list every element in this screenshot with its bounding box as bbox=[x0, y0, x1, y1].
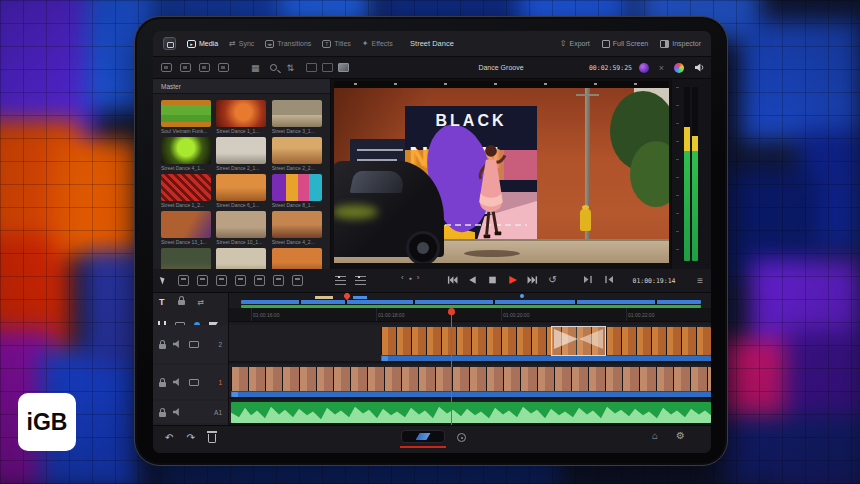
place-on-top-icon[interactable] bbox=[273, 275, 284, 286]
jog-control[interactable]: ‹ ● › bbox=[401, 273, 419, 282]
sync-clips-icon[interactable] bbox=[199, 63, 210, 72]
color-wheel-icon[interactable] bbox=[674, 63, 684, 73]
go-to-start-button[interactable] bbox=[447, 274, 458, 285]
media-clip[interactable]: Street Dance 1_1... bbox=[216, 100, 266, 134]
replace-clip-icon[interactable] bbox=[254, 275, 265, 286]
media-clip[interactable]: Street Dance 13_1... bbox=[161, 211, 211, 245]
video-clip-v1[interactable] bbox=[231, 367, 711, 391]
track-mute-icon[interactable] bbox=[173, 340, 182, 349]
speaker-icon[interactable] bbox=[694, 63, 705, 72]
tab-transitions[interactable]: ◂▸ Transitions bbox=[265, 40, 311, 48]
clip-speed-icon[interactable] bbox=[335, 276, 346, 285]
media-clip[interactable]: Street Dance 12_1... bbox=[161, 248, 211, 269]
delete-button[interactable] bbox=[208, 434, 216, 443]
magic-mask-icon[interactable] bbox=[639, 63, 649, 73]
track-lock-icon[interactable] bbox=[159, 344, 166, 349]
timeline-ruler[interactable]: 01:00:16:00 01:00:18:00 01:00:20:00 01:0… bbox=[229, 308, 711, 322]
locate-playhead-icon[interactable] bbox=[457, 433, 466, 442]
track-enable-icon[interactable] bbox=[189, 379, 199, 386]
play-button[interactable] bbox=[507, 274, 518, 285]
media-clip[interactable]: Street Dance 6_1... bbox=[216, 174, 266, 208]
go-to-end-button[interactable] bbox=[527, 274, 538, 285]
import-media-icon[interactable] bbox=[161, 63, 172, 72]
video-preview: NEON BLACK bbox=[334, 81, 669, 263]
disabled-tool-icon[interactable]: × bbox=[659, 63, 664, 73]
lock-tool-icon[interactable] bbox=[178, 300, 185, 305]
mark-in-icon[interactable] bbox=[583, 275, 594, 284]
media-clip[interactable]: Street Dance 8_1... bbox=[272, 174, 322, 208]
redo-button[interactable]: ↷ bbox=[186, 432, 194, 443]
media-clip[interactable]: Street Dance 2_1... bbox=[216, 137, 266, 171]
track-header-v1[interactable]: 1 bbox=[153, 365, 228, 399]
transitions-icon: ◂▸ bbox=[265, 40, 274, 48]
link-clips-icon[interactable]: ⇄ bbox=[198, 298, 205, 307]
insert-clip-icon[interactable] bbox=[216, 275, 227, 286]
tab-titles[interactable]: T Titles bbox=[322, 40, 350, 48]
jog-dot-icon: ● bbox=[409, 275, 412, 281]
media-clip[interactable]: Street Dance 1_2... bbox=[161, 174, 211, 208]
settings-gear-button[interactable]: ⚙ bbox=[676, 430, 685, 441]
media-clip[interactable]: Street Dance 2_2... bbox=[272, 137, 322, 171]
cross-dissolve-transition[interactable] bbox=[551, 326, 606, 356]
media-clip-thumbnail bbox=[161, 137, 211, 164]
minimap-clip-marker bbox=[353, 296, 367, 299]
append-clip-icon[interactable] bbox=[292, 275, 303, 286]
home-button[interactable]: ⌂ bbox=[652, 430, 658, 441]
tab-media[interactable]: ▸ Media bbox=[187, 40, 218, 48]
timeline-minimap[interactable] bbox=[241, 296, 701, 308]
undo-button[interactable]: ↶ bbox=[165, 432, 173, 443]
export-button[interactable]: ⇧ Export bbox=[560, 40, 590, 48]
stop-button[interactable] bbox=[487, 274, 498, 285]
tab-effects[interactable]: ✦ Effects bbox=[362, 40, 393, 48]
track-enable-icon[interactable] bbox=[189, 341, 199, 348]
media-pool-header[interactable]: Master bbox=[153, 79, 330, 94]
track-mute-icon[interactable] bbox=[173, 408, 182, 417]
media-pool-grid: Soul Vietnam Funk... Street Dance 1_1...… bbox=[153, 94, 330, 269]
audio-clip-a1[interactable] bbox=[231, 402, 711, 423]
mark-out-icon[interactable] bbox=[603, 275, 614, 284]
media-clip[interactable]: Street Dance 3_1... bbox=[272, 100, 322, 134]
track-lock-icon[interactable] bbox=[159, 382, 166, 387]
play-reverse-button[interactable] bbox=[467, 274, 478, 285]
media-clip-thumbnail bbox=[216, 248, 266, 269]
playhead[interactable] bbox=[451, 308, 452, 425]
select-tool-icon[interactable] bbox=[159, 275, 170, 286]
track-header-a1[interactable]: A1 bbox=[153, 401, 228, 423]
loop-button[interactable]: ↺ bbox=[547, 274, 558, 285]
media-icon: ▸ bbox=[187, 40, 196, 48]
search-icon[interactable] bbox=[270, 64, 277, 71]
media-clip[interactable]: Street Dance 4_1... bbox=[161, 137, 211, 171]
inspector-button[interactable]: Inspector bbox=[660, 40, 701, 48]
media-clip[interactable]: Soul Vietnam Funk... bbox=[161, 100, 211, 134]
center-status-pill[interactable] bbox=[401, 430, 445, 443]
media-clip[interactable]: Street Dance 4_2... bbox=[272, 211, 322, 245]
grid-view-icon[interactable]: ▦ bbox=[251, 63, 260, 73]
track-mute-icon[interactable] bbox=[173, 378, 182, 387]
retime-controls-icon[interactable] bbox=[355, 276, 366, 285]
trim-tool-icon[interactable] bbox=[178, 275, 189, 286]
text-tool-icon[interactable]: T bbox=[159, 297, 165, 307]
viewer-panel: NEON BLACK bbox=[331, 79, 671, 269]
media-clip[interactable]: Street Dance 11_1... bbox=[216, 248, 266, 269]
strip-view-icon[interactable] bbox=[322, 63, 333, 72]
sort-icon[interactable]: ⇅ bbox=[287, 63, 295, 73]
tab-effects-label: Effects bbox=[372, 40, 393, 47]
transport-menu-icon[interactable]: ≡ bbox=[697, 275, 703, 286]
thumbnail-view-icon[interactable] bbox=[306, 63, 317, 72]
media-clip[interactable]: Dance Groove bbox=[272, 248, 322, 269]
media-clip-thumbnail bbox=[216, 137, 266, 164]
track-number: 2 bbox=[218, 341, 222, 348]
track-lock-icon[interactable] bbox=[159, 412, 166, 417]
fullscreen-button[interactable]: Full Screen bbox=[602, 40, 648, 48]
tab-sync[interactable]: ⇄ Sync bbox=[229, 40, 254, 48]
metadata-view-icon[interactable] bbox=[338, 63, 349, 72]
overwrite-clip-icon[interactable] bbox=[235, 275, 246, 286]
clip-color-icon[interactable] bbox=[218, 63, 229, 72]
mural-word-black: BLACK bbox=[405, 112, 537, 130]
razor-tool-icon[interactable] bbox=[197, 275, 208, 286]
media-clip-label: Street Dance 10_1... bbox=[216, 239, 266, 245]
video-clip-v2[interactable] bbox=[381, 327, 711, 355]
media-clip[interactable]: Street Dance 10_1... bbox=[216, 211, 266, 245]
track-header-v2[interactable]: 2 bbox=[153, 325, 228, 363]
import-folder-icon[interactable] bbox=[180, 63, 191, 72]
